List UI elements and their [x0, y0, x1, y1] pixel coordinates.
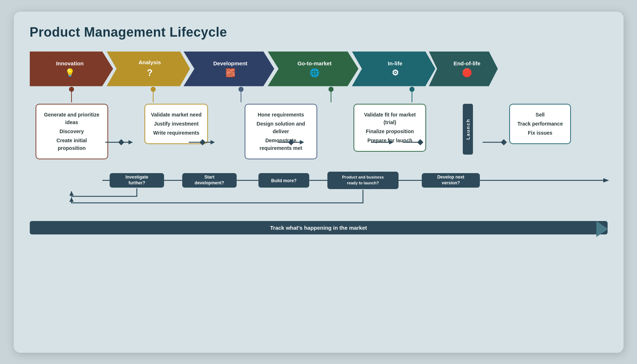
- analysis-card-unit: Validate market need Justify investment …: [144, 104, 208, 144]
- arrow-inlife: In-life ⚙: [352, 52, 436, 86]
- svg-text:Product and business: Product and business: [342, 175, 384, 179]
- gtm-card: Validate fit for market (trial) Finalize…: [354, 104, 426, 152]
- decision-flow-svg: Investigate further? Start development? …: [30, 167, 608, 217]
- svg-rect-35: [327, 172, 399, 189]
- svg-text:Start: Start: [204, 175, 214, 180]
- development-card: Hone requirements Design solution and de…: [245, 104, 317, 159]
- svg-text:Investigate: Investigate: [125, 175, 148, 180]
- arrow-innovation: Innovation 💡: [30, 52, 113, 86]
- svg-marker-41: [69, 191, 74, 196]
- main-container: Product Management Lifecycle Innovation …: [14, 12, 624, 353]
- cards-section: Generate and prioritize ideas Discovery …: [30, 86, 608, 159]
- arrow-analysis: Analysis ?: [107, 52, 190, 86]
- development-card-unit: Hone requirements Design solution and de…: [245, 104, 317, 159]
- innovation-card: Generate and prioritize ideas Discovery …: [36, 104, 108, 159]
- inlife-card-unit: Sell Track performance Fix issues: [509, 104, 571, 144]
- track-bar: Track what's happening in the market: [30, 221, 608, 234]
- cards-inner-row: Generate and prioritize ideas Discovery …: [30, 86, 608, 159]
- gtm-card-unit: Validate fit for market (trial) Finalize…: [354, 104, 426, 152]
- svg-text:ready to launch?: ready to launch?: [347, 181, 379, 185]
- svg-marker-26: [603, 178, 609, 183]
- track-label: Track what's happening in the market: [38, 225, 599, 231]
- arrow-eol: End-of-life 🛑: [429, 52, 498, 86]
- innovation-card-unit: Generate and prioritize ideas Discovery …: [36, 104, 108, 159]
- launch-strip: Launch: [463, 104, 473, 155]
- svg-text:development?: development?: [195, 180, 224, 185]
- svg-text:further?: further?: [128, 180, 145, 185]
- svg-text:Build more?: Build more?: [271, 178, 296, 183]
- lifecycle-arrow-row: Innovation 💡 Analysis ? Development 🧱 Go…: [30, 52, 608, 86]
- page-title: Product Management Lifecycle: [30, 25, 608, 40]
- track-arrow: [596, 221, 608, 237]
- svg-text:Develop next: Develop next: [437, 175, 464, 180]
- arrow-development: Development 🧱: [184, 52, 274, 86]
- inlife-card: Sell Track performance Fix issues: [509, 104, 571, 144]
- arrows-section: Investigate further? Start development? …: [30, 167, 608, 217]
- analysis-card: Validate market need Justify investment …: [144, 104, 208, 144]
- svg-text:version?: version?: [441, 180, 460, 185]
- svg-marker-42: [69, 197, 74, 202]
- arrow-gtm: Go-to-market 🌐: [268, 52, 359, 86]
